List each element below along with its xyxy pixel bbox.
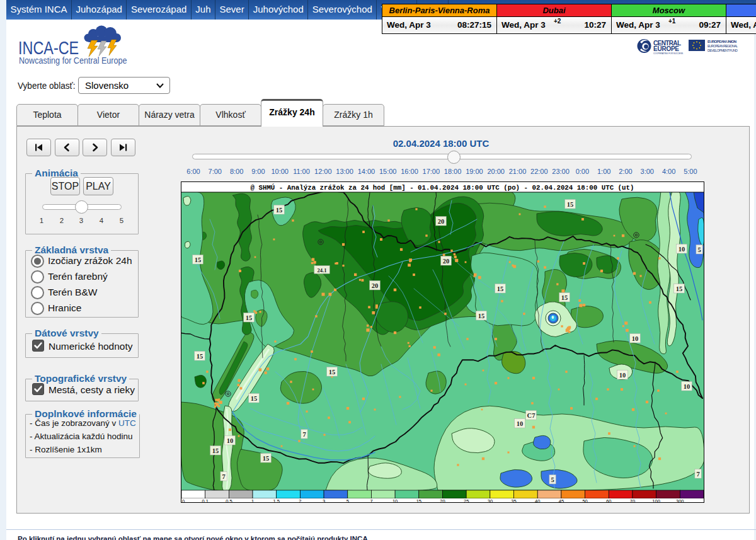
svg-text:20: 20 <box>372 282 379 289</box>
svg-text:10: 10 <box>517 420 524 427</box>
svg-text:45: 45 <box>559 498 564 503</box>
svg-text:15: 15 <box>251 395 258 402</box>
svg-text:30: 30 <box>488 498 493 503</box>
svg-text:EUROPE: EUROPE <box>653 45 679 52</box>
svg-text:3: 3 <box>323 498 325 503</box>
svg-text:20: 20 <box>438 218 445 225</box>
svg-text:40: 40 <box>535 498 540 503</box>
svg-text:50: 50 <box>582 498 587 503</box>
svg-text:15: 15 <box>246 314 253 321</box>
svg-text:5: 5 <box>551 476 554 483</box>
svg-text:20: 20 <box>443 258 450 265</box>
svg-text:DEVELOPMENT FUND: DEVELOPMENT FUND <box>707 49 738 52</box>
svg-text:15: 15 <box>676 285 683 292</box>
svg-text:20: 20 <box>440 498 445 503</box>
svg-text:0.1: 0.1 <box>202 498 208 503</box>
svg-text:C7: C7 <box>527 412 536 419</box>
svg-text:EUROPEAN UNION: EUROPEAN UNION <box>707 40 736 43</box>
svg-text:24.1: 24.1 <box>318 267 327 273</box>
svg-text:35: 35 <box>511 498 516 503</box>
svg-text:15: 15 <box>497 285 504 292</box>
svg-text:5: 5 <box>346 498 349 503</box>
svg-text:70: 70 <box>630 498 635 503</box>
svg-text:7: 7 <box>696 471 699 478</box>
svg-text:15: 15 <box>212 447 219 454</box>
svg-text:10: 10 <box>684 383 690 390</box>
svg-text:5: 5 <box>697 246 701 253</box>
svg-text:15: 15 <box>416 498 421 503</box>
svg-text:15: 15 <box>276 207 283 214</box>
svg-text:7: 7 <box>222 473 225 480</box>
svg-text:COOPERATING FOR SUCCESS: COOPERATING FOR SUCCESS <box>653 52 683 55</box>
svg-text:15: 15 <box>197 353 203 360</box>
svg-text:60: 60 <box>606 498 611 503</box>
svg-text:10: 10 <box>392 498 398 503</box>
svg-text:15: 15 <box>567 201 574 208</box>
svg-text:0.5: 0.5 <box>226 498 232 503</box>
svg-text:300: 300 <box>676 498 684 503</box>
svg-text:10: 10 <box>632 335 639 342</box>
svg-text:10: 10 <box>227 437 234 444</box>
svg-text:7: 7 <box>370 498 372 503</box>
svg-text:15: 15 <box>478 313 485 319</box>
svg-text:15: 15 <box>561 294 568 301</box>
svg-text:7: 7 <box>302 431 306 438</box>
svg-text:@ SHMÚ - Analýza zrážok za 24: @ SHMÚ - Analýza zrážok za 24 hod [mm] -… <box>250 183 634 192</box>
svg-text:15: 15 <box>263 455 270 462</box>
svg-text:15: 15 <box>329 369 336 376</box>
svg-text:15: 15 <box>195 256 202 263</box>
svg-text:2: 2 <box>299 498 301 503</box>
svg-text:10: 10 <box>619 372 626 379</box>
svg-text:10: 10 <box>679 246 685 253</box>
svg-text:25: 25 <box>464 498 469 503</box>
svg-text:1.5: 1.5 <box>273 498 279 503</box>
svg-text:EUROPEAN REGIONAL: EUROPEAN REGIONAL <box>707 44 738 48</box>
svg-text:1: 1 <box>251 498 254 503</box>
svg-text:100: 100 <box>652 498 660 503</box>
svg-text:0: 0 <box>182 498 185 503</box>
